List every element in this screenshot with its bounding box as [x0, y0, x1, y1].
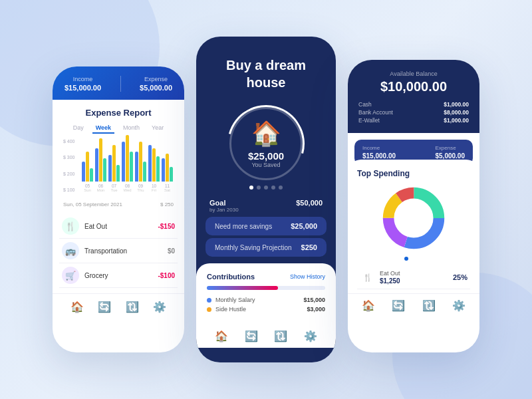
expense-amount: -$150 — [158, 223, 175, 230]
tab-week[interactable]: Week — [92, 123, 114, 134]
savings-cards: Need more savings $25,000 Monthly Saving… — [196, 217, 336, 257]
bar-col: 08 Wed — [122, 135, 133, 192]
contrib-dot — [207, 307, 211, 312]
phones-container: Income $15,000.00 Expense $5,000.00 Expe… — [53, 37, 479, 362]
bar-day: 07 — [112, 184, 116, 188]
nav-settings-right[interactable]: ⚙️ — [452, 299, 466, 312]
right-nav: 🏠 🔄 🔃 ⚙️ — [348, 293, 479, 317]
bar-sub: Sat — [164, 188, 170, 192]
nav-settings-left[interactable]: ⚙️ — [153, 301, 166, 313]
progress-bar-wrap — [207, 286, 325, 290]
contrib-dot — [207, 298, 211, 303]
phone-center: Buy a dream house 🏠 $25,000 You Saved Go… — [196, 37, 336, 362]
goal-circle-wrap: 🏠 $25,000 You Saved — [196, 107, 336, 180]
nav-sync-right[interactable]: 🔃 — [422, 299, 436, 312]
sdot-2[interactable] — [412, 257, 416, 261]
contrib-value: $15,000 — [303, 297, 325, 303]
left-header: Income $15,000.00 Expense $5,000.00 — [53, 66, 184, 100]
spending-item: 🍴 Eat Out $1,250 25% — [357, 266, 470, 289]
sdot-3[interactable] — [419, 257, 423, 261]
bar-sub: Tue — [110, 188, 117, 192]
header-divider — [120, 76, 121, 92]
income-stat: Income $15,000.00 — [65, 76, 101, 92]
bar-day: 11 — [165, 184, 170, 188]
center-nav: 🏠 🔄 🔃 ⚙️ — [196, 325, 336, 348]
bar-yellow — [126, 135, 129, 182]
savings-card: Need more savings $25,000 — [205, 217, 327, 235]
tab-day[interactable]: Day — [70, 123, 87, 134]
nav-settings-center[interactable]: ⚙️ — [304, 330, 317, 342]
spending-amount: $1,250 — [380, 277, 449, 285]
expense-item: 🛒 Grocery -$100 — [59, 263, 178, 288]
nav-sync-left[interactable]: 🔃 — [126, 301, 139, 313]
rib-income-value: $15,000.00 — [362, 152, 396, 160]
balance-val: $8,000.00 — [444, 109, 469, 116]
bar-col: 09 Thu — [135, 142, 146, 192]
goal-row: Goal by Jan 2030 $50,000 — [196, 195, 336, 217]
bar-teal — [130, 152, 133, 182]
right-body: Top Spending 🍴 Eat Out $1,250 — [348, 160, 479, 289]
nav-home-left[interactable]: 🏠 — [70, 301, 84, 313]
savings-card-amount: $25,000 — [291, 222, 317, 230]
expense-section: Expense Report Day Week Month Year $ 400… — [53, 100, 184, 198]
phone-right: Available Balance $10,000.00 Cash $1,000… — [348, 60, 479, 352]
sdot-1[interactable] — [404, 257, 408, 261]
bar-sub: Wed — [123, 188, 131, 192]
bar-yellow — [152, 148, 156, 182]
phone-left: Income $15,000.00 Expense $5,000.00 Expe… — [53, 66, 184, 352]
expense-item: 🍴 Eat Out -$150 — [59, 214, 178, 239]
carousel-dots — [196, 186, 336, 190]
nav-sync-center[interactable]: 🔃 — [274, 330, 287, 342]
dot-3[interactable] — [264, 186, 268, 190]
bars-group: 05 Sun 06 Mon 07 Tue 08 Wed 09 — [82, 135, 173, 192]
bar-col: 11 Sat — [162, 154, 173, 192]
center-title: Buy a dream house — [209, 57, 323, 91]
bottom-nav-left: 🏠 🔄 🔃 ⚙️ — [53, 293, 184, 320]
bar-teal — [143, 162, 146, 182]
available-amount: $10,000.00 — [358, 79, 469, 94]
nav-home-right[interactable]: 🏠 — [362, 299, 375, 312]
contrib-name: Monthly Salary — [215, 297, 299, 303]
dot-2[interactable] — [257, 186, 261, 190]
dot-4[interactable] — [271, 186, 275, 190]
nav-refresh-center[interactable]: 🔄 — [245, 330, 258, 342]
bar-yellow — [166, 154, 169, 182]
balance-rows: Cash $1,000.00 Bank Account $8,000.00 E-… — [358, 101, 469, 124]
dot-5[interactable] — [279, 186, 283, 190]
balance-key: Bank Account — [358, 109, 393, 116]
bar-blue — [95, 148, 98, 182]
bar-blue — [135, 152, 138, 182]
expense-amount: -$100 — [158, 272, 175, 279]
bar-day: 05 — [85, 184, 90, 188]
expense-label: Transportation — [84, 247, 162, 255]
bar-sub: Fri — [152, 188, 156, 192]
goal-saved-amount: $25,000 — [248, 150, 284, 162]
goal-label: Goal — [209, 199, 239, 207]
nav-refresh-right[interactable]: 🔄 — [392, 299, 405, 312]
dot-1[interactable] — [249, 186, 253, 190]
show-history-link[interactable]: Show History — [290, 273, 325, 280]
expense-stat: Expense $5,000.00 — [140, 76, 172, 92]
contrib-value: $3,000 — [307, 306, 325, 313]
balance-row: Cash $1,000.00 — [358, 101, 469, 108]
progress-bar-fill — [207, 286, 278, 290]
right-header: Available Balance $10,000.00 Cash $1,000… — [348, 60, 479, 133]
expense-title: Expense Report — [63, 108, 174, 118]
expense-amount: $0 — [168, 247, 175, 255]
tab-month[interactable]: Month — [120, 123, 143, 134]
spending-dots — [357, 257, 470, 261]
nav-home-center[interactable]: 🏠 — [215, 330, 228, 342]
bar-sub: Thu — [137, 188, 144, 192]
tab-year[interactable]: Year — [148, 123, 167, 134]
expense-icon: 🚌 — [62, 242, 79, 259]
balance-val: $1,000.00 — [444, 101, 469, 108]
bar-col: 06 Mon — [95, 138, 106, 192]
contrib-items: Monthly Salary $15,000 Side Hustle $3,00… — [207, 297, 325, 313]
bar-blue — [108, 155, 112, 182]
rib-income-label: Income — [362, 145, 396, 151]
bar-teal — [90, 168, 93, 182]
expense-label: Expense — [140, 76, 172, 82]
nav-refresh-left[interactable]: 🔄 — [98, 301, 111, 313]
top-spending-title: Top Spending — [357, 169, 470, 178]
goal-circle: 🏠 $25,000 You Saved — [229, 107, 303, 180]
